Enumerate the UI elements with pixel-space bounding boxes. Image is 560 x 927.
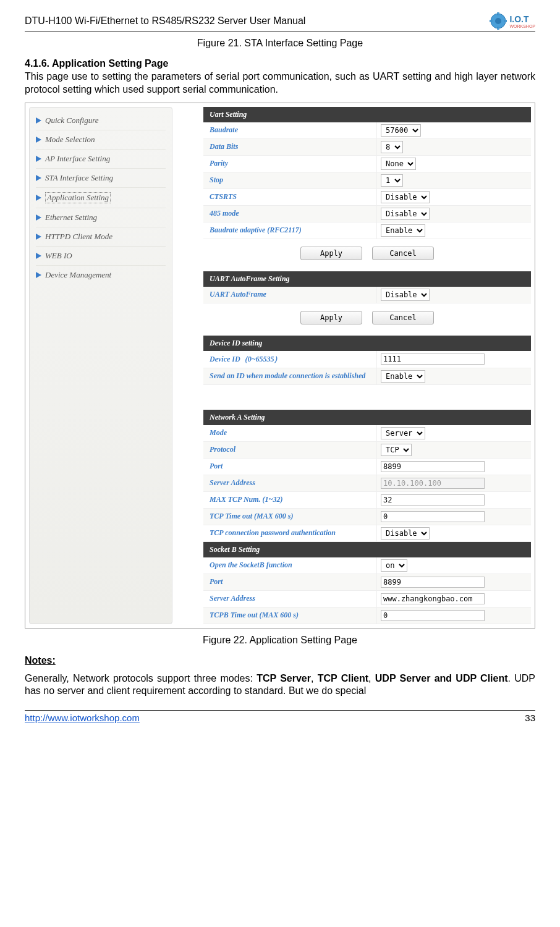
sidebar-item-application-setting[interactable]: Application Setting (36, 188, 166, 208)
setting-label: MAX TCP Num. (1~32) (203, 492, 377, 508)
sidebar-item-label: STA Interface Setting (45, 173, 113, 183)
setting-control: Enable (377, 368, 531, 384)
setting-control: 8 (377, 139, 531, 155)
arrow-icon (36, 234, 41, 240)
svg-rect-3 (498, 27, 499, 30)
sidebar-item-ethernet-setting[interactable]: Ethernet Setting (36, 208, 166, 227)
setting-control: Enable (377, 222, 531, 239)
button-row: ApplyCancel (203, 239, 531, 271)
setting-control: None (377, 156, 531, 172)
setting-label: 485 mode (203, 206, 377, 222)
figure-22-caption: Figure 22. Application Setting Page (25, 635, 535, 646)
setting-label: Port (203, 459, 377, 475)
sidebar-item-label: WEB IO (45, 251, 72, 261)
setting-control: on (377, 557, 531, 574)
setting-label: Open the SocketB function (203, 557, 377, 574)
sidebar-item-device-management[interactable]: Device Management (36, 266, 166, 284)
setting-label: Server Address (203, 475, 377, 491)
logo-sub: WORKSHOP (509, 24, 535, 28)
footer-url[interactable]: http://www.iotworkshop.com (25, 713, 140, 723)
sidebar-item-httpd-client-mode[interactable]: HTTPD Client Mode (36, 227, 166, 247)
select-open-the-socketb-function[interactable]: on (381, 559, 407, 572)
setting-row: Baudrate57600 (203, 122, 531, 139)
input-server-address[interactable] (381, 593, 485, 604)
select-ctsrts[interactable]: Disable (381, 191, 430, 203)
button-row: ApplyCancel (203, 303, 531, 336)
sidebar-item-label: Quick Configure (45, 116, 99, 125)
setting-row: Baudrate adaptive (RFC2117)Enable (203, 222, 531, 239)
svg-rect-5 (504, 20, 507, 22)
sidebar-item-mode-selection[interactable]: Mode Selection (36, 130, 166, 150)
select-485-mode[interactable]: Disable (381, 208, 430, 220)
setting-control (377, 591, 531, 607)
setting-row: 485 modeDisable (203, 206, 531, 222)
setting-row: TCP Time out (MAX 600 s) (203, 509, 531, 525)
input-server-address[interactable] (381, 478, 485, 489)
setting-label: Parity (203, 156, 377, 172)
page-number: 33 (525, 713, 535, 723)
section-bar: Uart Setting (203, 107, 531, 122)
setting-row: TCP connection password authenticationDi… (203, 525, 531, 542)
sidebar-item-sta-interface-setting[interactable]: STA Interface Setting (36, 169, 166, 188)
logo-main: I.O.T (509, 14, 528, 24)
setting-control (377, 607, 531, 624)
setting-label: Data Bits (203, 139, 377, 155)
apply-button[interactable]: Apply (300, 311, 362, 324)
setting-row: CTSRTSDisable (203, 189, 531, 206)
setting-row: ModeServer (203, 425, 531, 442)
input-device-id-0-65535-[interactable] (381, 353, 485, 365)
figure-21-caption: Figure 21. STA Interface Setting Page (25, 38, 535, 49)
select-mode[interactable]: Server (381, 427, 425, 439)
sidebar-item-label: Application Setting (45, 192, 111, 203)
input-port[interactable] (381, 461, 485, 472)
select-send-an-id-when-module-connection-is-established[interactable]: Enable (381, 370, 425, 383)
input-port[interactable] (381, 577, 485, 588)
select-protocol[interactable]: TCP (381, 444, 412, 456)
section-heading: 4.1.6. Application Setting Page (25, 58, 535, 69)
setting-control (377, 459, 531, 475)
arrow-icon (36, 272, 41, 278)
input-max-tcp-num-1-32-[interactable] (381, 494, 485, 506)
setting-row: ProtocolTCP (203, 442, 531, 459)
arrow-icon (36, 117, 41, 124)
section-bar: UART AutoFrame Setting (203, 271, 531, 287)
arrow-icon (36, 214, 41, 221)
setting-row: Data Bits8 (203, 139, 531, 156)
sidebar-item-quick-configure[interactable]: Quick Configure (36, 111, 166, 130)
setting-label: Port (203, 574, 377, 590)
setting-row: TCPB Time out (MAX 600 s) (203, 607, 531, 624)
input-tcpb-time-out-max-600-s-[interactable] (381, 610, 485, 621)
logo: I.O.T WORKSHOP (490, 12, 535, 30)
setting-control: Server (377, 425, 531, 441)
setting-control: Disable (377, 525, 531, 541)
setting-row: Device ID（0~65535） (203, 351, 531, 368)
screenshot: Quick ConfigureMode SelectionAP Interfac… (25, 103, 535, 629)
sidebar-item-web-io[interactable]: WEB IO (36, 247, 166, 266)
cancel-button[interactable]: Cancel (372, 311, 434, 324)
arrow-icon (36, 137, 41, 143)
setting-label: TCP Time out (MAX 600 s) (203, 509, 377, 525)
cancel-button[interactable]: Cancel (372, 247, 434, 260)
select-parity[interactable]: None (381, 158, 416, 170)
select-uart-autoframe[interactable]: Disable (381, 289, 430, 301)
select-tcp-connection-password-authentication[interactable]: Disable (381, 527, 430, 540)
setting-control (377, 351, 531, 368)
setting-control: Disable (377, 189, 531, 205)
setting-label: Protocol (203, 442, 377, 458)
arrow-icon (36, 253, 41, 259)
apply-button[interactable]: Apply (300, 247, 362, 260)
setting-row: Send an ID when module connection is est… (203, 368, 531, 385)
sidebar-item-label: Device Management (45, 270, 111, 280)
select-data-bits[interactable]: 8 (381, 141, 403, 153)
input-tcp-time-out-max-600-s-[interactable] (381, 511, 485, 522)
setting-control: Disable (377, 206, 531, 222)
setting-label: TCPB Time out (MAX 600 s) (203, 607, 377, 624)
select-stop[interactable]: 1 (381, 174, 403, 187)
main-panel: Uart SettingBaudrate57600Data Bits8Parit… (203, 107, 531, 624)
sidebar-item-ap-interface-setting[interactable]: AP Interface Setting (36, 150, 166, 169)
setting-row: ParityNone (203, 156, 531, 172)
setting-row: Server Address (203, 591, 531, 607)
select-baudrate[interactable]: 57600 (381, 124, 421, 137)
select-baudrate-adaptive-rfc2117-[interactable]: Enable (381, 224, 425, 237)
setting-control (377, 475, 531, 491)
